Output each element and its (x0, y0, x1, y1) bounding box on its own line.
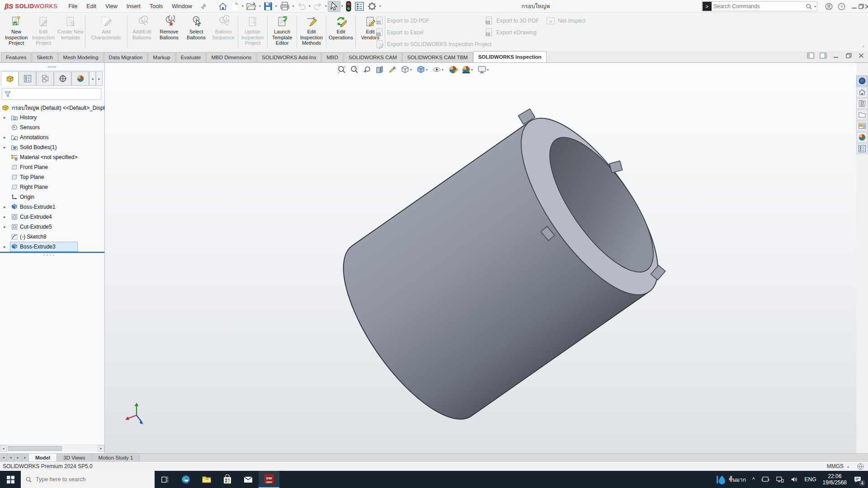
ribbon-button-remove-balloons[interactable]: Remove Balloons (156, 14, 183, 50)
language-indicator[interactable]: ENG (802, 471, 820, 488)
pin-icon[interactable] (200, 3, 207, 9)
task-view-button[interactable] (155, 471, 175, 488)
display-style-button[interactable]: ▾ (415, 64, 430, 75)
tree-item-front-plane[interactable]: Front Plane (0, 162, 105, 172)
settings-caret[interactable]: ▾ (379, 4, 381, 8)
dynamic-annotation-views-button[interactable]: A (387, 64, 398, 75)
tab-solidworks-cam[interactable]: SOLIDWORKS CAM (344, 52, 402, 62)
3dexperience-icon[interactable] (856, 75, 868, 86)
print-caret[interactable]: ▾ (292, 4, 294, 8)
command-search-box[interactable]: > ▾ (702, 1, 817, 11)
tab-display-manager[interactable] (71, 71, 89, 86)
start-button[interactable] (0, 471, 21, 488)
units-caret-icon[interactable]: ▴ (847, 465, 849, 469)
tab-3d-views[interactable]: 3D Views (57, 454, 92, 461)
tag-editor-icon[interactable] (857, 463, 864, 470)
edge-browser-icon[interactable] (175, 471, 196, 488)
tree-root-item[interactable]: กรอบใหญ่พ (Default) <<Default>_Displ (0, 103, 105, 113)
doc-restore-icon[interactable] (844, 52, 853, 59)
tree-item-sketch8[interactable]: (-) Sketch8 (0, 232, 105, 242)
custom-properties-icon[interactable] (856, 143, 868, 154)
expand-arrow-icon[interactable]: ▸ (4, 205, 6, 209)
ribbon-collapse-chevron-icon[interactable]: ^ (862, 45, 864, 50)
network-icon[interactable] (773, 471, 787, 488)
screen-cast-icon[interactable] (758, 471, 773, 488)
tab-motion-study-1[interactable]: Motion Study 1 (92, 454, 140, 461)
expand-arrow-icon[interactable]: ▸ (4, 225, 6, 229)
taskbar-search-box[interactable] (21, 471, 155, 488)
doc-minimize-icon[interactable] (832, 52, 840, 59)
menu-insert[interactable]: Insert (122, 1, 145, 12)
expand-arrow-icon[interactable]: ▸ (4, 115, 6, 120)
tab-dimxpert-manager[interactable] (54, 71, 71, 86)
ribbon-button-edit-operations[interactable]: Edit Operations (327, 14, 354, 50)
tree-item-boss-extrude1[interactable]: ▸ Boss-Extrude1 (0, 202, 105, 212)
user-account-icon[interactable] (822, 0, 835, 13)
tree-item-cut-extrude5[interactable]: ▸ Cut-Extrude5 (0, 222, 105, 232)
view-palette-icon[interactable] (856, 121, 868, 131)
tab-mbd-dimensions[interactable]: MBD Dimensions (206, 52, 256, 62)
tab-solidworks-cam-tbm[interactable]: SOLIDWORKS CAM TBM (402, 52, 473, 62)
tab-mesh-modeling[interactable]: Mesh Modeling (58, 52, 104, 62)
hidden-icons-chevron[interactable]: ^ (749, 471, 758, 488)
view-orientation-button[interactable]: ▾ (399, 64, 414, 75)
part-model-3d[interactable] (105, 63, 856, 453)
help-icon[interactable]: ? (835, 0, 848, 13)
nav-next-icon[interactable]: ▸ (14, 454, 22, 461)
appearances-scenes-icon[interactable] (856, 132, 868, 143)
volume-icon[interactable] (787, 471, 802, 488)
new-document-button[interactable] (229, 1, 241, 12)
command-search-input[interactable] (713, 3, 806, 9)
notification-center-button[interactable]: 4 (850, 471, 868, 488)
tab-sketch[interactable]: Sketch (32, 52, 57, 62)
open-document-button[interactable] (245, 1, 258, 12)
options-list-button[interactable] (353, 1, 366, 12)
new-document-caret[interactable]: ▾ (242, 4, 244, 8)
tree-filter-box[interactable] (2, 88, 101, 100)
nav-last-icon[interactable]: ▸ (22, 454, 29, 461)
close-button[interactable] (860, 0, 868, 13)
zoom-to-area-button[interactable] (349, 64, 360, 75)
tree-item-material[interactable]: Material <not specified> (0, 152, 105, 162)
print-button[interactable] (278, 1, 292, 12)
panel-collapse-handle[interactable] (48, 66, 56, 68)
ribbon-button-new-inspection-project[interactable]: New Inspection Project (3, 14, 30, 50)
save-button[interactable] (262, 1, 274, 12)
ribbon-button-launch-template-editor[interactable]: Launch Template Editor (269, 14, 296, 50)
panel-horizontal-scrollbar[interactable]: ◂ ▸ (0, 445, 104, 451)
nav-first-icon[interactable]: ◂ (0, 454, 7, 461)
ribbon-button-edit-inspection-methods[interactable]: Edit Inspection Methods (298, 14, 325, 50)
tab-solidworks-add-ins[interactable]: SOLIDWORKS Add-Ins (257, 52, 321, 62)
microsoft-store-icon[interactable] (217, 471, 238, 488)
panel-tab-scroll-right[interactable]: ▸ (96, 71, 103, 86)
zoom-to-fit-button[interactable] (336, 64, 348, 75)
mail-icon[interactable] (238, 471, 259, 488)
tree-item-sensors[interactable]: Sensors (0, 122, 105, 132)
tree-item-history[interactable]: ▸ History (0, 113, 105, 122)
expand-arrow-icon[interactable]: ▸ (4, 135, 6, 140)
tab-data-migration[interactable]: Data Migration (104, 52, 148, 62)
tab-mbd[interactable]: MBD (321, 52, 343, 62)
select-tool-caret[interactable]: ▾ (341, 4, 343, 8)
split-pane-left-icon[interactable] (807, 52, 815, 59)
save-caret[interactable]: ▾ (275, 4, 277, 8)
file-explorer-taskbar-icon[interactable] (196, 471, 217, 488)
solidworks-taskbar-icon[interactable]: SW2024 (259, 471, 279, 488)
section-view-button[interactable] (374, 64, 386, 75)
search-icon[interactable] (806, 3, 812, 10)
view-settings-button[interactable]: ▾ (476, 64, 491, 75)
tree-item-cut-extrude4[interactable]: ▸ Cut-Extrude4 (0, 212, 105, 222)
open-document-caret[interactable]: ▾ (259, 4, 261, 8)
tree-item-right-plane[interactable]: Right Plane (0, 182, 105, 192)
menu-window[interactable]: Window (167, 1, 196, 12)
ribbon-button-select-balloons[interactable]: Select Balloons (183, 14, 210, 50)
units-selector[interactable]: MMGS ▴ (827, 463, 850, 469)
menu-edit[interactable]: Edit (82, 1, 101, 12)
tab-featuremanager-design-tree[interactable] (1, 71, 19, 86)
tree-item-top-plane[interactable]: Top Plane (0, 172, 105, 182)
clock[interactable]: 22:06 19/6/2568 (820, 471, 850, 488)
file-explorer-icon[interactable] (856, 109, 868, 120)
tree-item-boss-extrude3[interactable]: ▸ Boss-Extrude3 (0, 242, 105, 252)
menu-file[interactable]: File (64, 1, 82, 12)
tab-solidworks-inspection[interactable]: SOLIDWORKS Inspection (473, 51, 547, 62)
